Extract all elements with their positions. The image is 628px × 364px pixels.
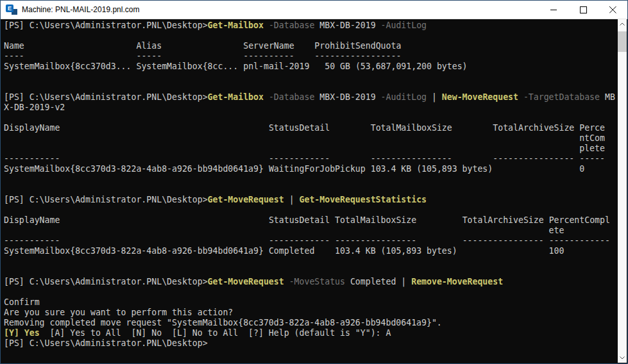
console-line: Are you sure you want to perform this ac… [4, 308, 618, 318]
console-line [4, 205, 618, 215]
console-line: [PS] C:\Users\Administrator.PNL\Desktop>… [4, 92, 618, 103]
console-line [4, 174, 618, 185]
maximize-button[interactable] [568, 1, 598, 19]
console-line: ete [4, 226, 618, 236]
close-button[interactable] [598, 1, 627, 19]
console-line: Confirm [4, 297, 618, 308]
maximize-icon [580, 6, 587, 13]
minimize-button[interactable] [539, 1, 568, 19]
console-line: ----------- ------------ ---------------… [4, 236, 618, 246]
terminal-window: E Machine: PNL-MAIL-2019.pnl.com [PS] C:… [0, 0, 628, 364]
console-line [4, 31, 618, 41]
console-line: X-DB-2019-v2 [4, 103, 618, 113]
console-line [4, 82, 618, 92]
console-line [4, 185, 618, 195]
console-line: Removing completed move request "SystemM… [4, 318, 618, 328]
window-controls [539, 1, 627, 19]
console-line: Name Alias ServerName ProhibitSendQuota [4, 41, 618, 51]
console-output[interactable]: [PS] C:\Users\Administrator.PNL\Desktop>… [1, 19, 618, 363]
console-line: [PS] C:\Users\Administrator.PNL\Desktop> [4, 338, 618, 349]
scrollbar-up-icon [620, 22, 625, 26]
console-line: DisplayName StatusDetail TotalMailboxSiz… [4, 123, 618, 133]
console-line: ----------- ------------ ---------------… [4, 154, 618, 164]
console-line [4, 72, 618, 82]
title-bar[interactable]: E Machine: PNL-MAIL-2019.pnl.com [1, 1, 627, 19]
close-icon [609, 6, 616, 13]
console-line [4, 287, 618, 297]
console-line [4, 113, 618, 123]
console-line: [PS] C:\Users\Administrator.PNL\Desktop>… [4, 195, 618, 205]
console-line: ntCom [4, 133, 618, 144]
scrollbar-down-icon [620, 356, 625, 360]
minimize-icon [550, 6, 557, 13]
console-line [4, 267, 618, 277]
scrollbar-thumb[interactable] [618, 31, 627, 52]
console-line: SystemMailbox{8cc370d3-822a-4ab8-a926-bb… [4, 164, 618, 174]
scrollbar-down-button[interactable] [618, 353, 627, 363]
scrollbar-up-button[interactable] [618, 19, 627, 29]
console-line: SystemMailbox{8cc370d3-822a-4ab8-a926-bb… [4, 246, 618, 256]
console-line: [PS] C:\Users\Administrator.PNL\Desktop>… [4, 21, 618, 31]
exchange-app-icon: E [6, 4, 17, 15]
console-line: [PS] C:\Users\Administrator.PNL\Desktop>… [4, 277, 618, 287]
console-line: plete [4, 144, 618, 154]
console-line: DisplayName StatusDetail TotalMailboxSiz… [4, 215, 618, 226]
window-title: Machine: PNL-MAIL-2019.pnl.com [22, 5, 139, 14]
scrollbar[interactable] [618, 19, 627, 363]
console-line: SystemMailbox{8cc370d3... SystemMailbox{… [4, 62, 618, 72]
console-line: ---- ----- ---------- ----------------- [4, 51, 618, 62]
console-line: [Y] Yes [A] Yes to All [N] No [L] No to … [4, 328, 618, 338]
exchange-icon-front-square: E [6, 4, 13, 12]
console-line [4, 256, 618, 267]
